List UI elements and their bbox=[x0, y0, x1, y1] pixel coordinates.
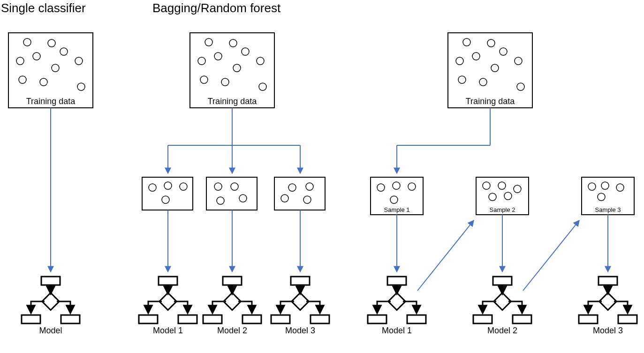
bagging-training-data-label: Training data bbox=[190, 97, 274, 106]
single-training-data-label: Training data bbox=[8, 97, 93, 106]
svg-rect-39 bbox=[206, 177, 257, 210]
boosting-sample3-label: Sample 3 bbox=[582, 206, 634, 213]
boosting-diag-arrow-2 bbox=[523, 220, 579, 291]
boosting-tree-icon-1 bbox=[368, 277, 426, 323]
boosting-tree-icon-2 bbox=[473, 277, 531, 323]
boosting-sample2-label: Sample 2 bbox=[476, 206, 529, 213]
bagging-tree-icon-2 bbox=[203, 277, 261, 323]
bagging-model3-label: Model 3 bbox=[272, 326, 328, 336]
boosting-sample1-label: Sample 1 bbox=[371, 206, 423, 213]
boosting-model3-label: Model 3 bbox=[580, 326, 636, 336]
boosting-tree-icon-3 bbox=[579, 277, 637, 323]
boosting-model2-label: Model 2 bbox=[474, 326, 530, 336]
bagging-tree-icon-3 bbox=[271, 277, 329, 323]
single-model-label: Model bbox=[23, 326, 79, 336]
bagging-sample-box-2 bbox=[206, 177, 257, 210]
single-tree-icon bbox=[22, 277, 80, 323]
boosting-training-data-label: Training data bbox=[448, 97, 532, 106]
bagging-sample-box-3 bbox=[274, 177, 325, 210]
boosting-diag-arrow-1 bbox=[417, 220, 474, 291]
boosting-model1-label: Model 1 bbox=[369, 326, 425, 336]
bagging-sample-box-1 bbox=[142, 177, 193, 210]
bagging-model2-label: Model 2 bbox=[204, 326, 260, 336]
bagging-tree-icon-1 bbox=[139, 277, 197, 323]
svg-rect-40 bbox=[274, 177, 325, 210]
bagging-model1-label: Model 1 bbox=[140, 326, 196, 336]
